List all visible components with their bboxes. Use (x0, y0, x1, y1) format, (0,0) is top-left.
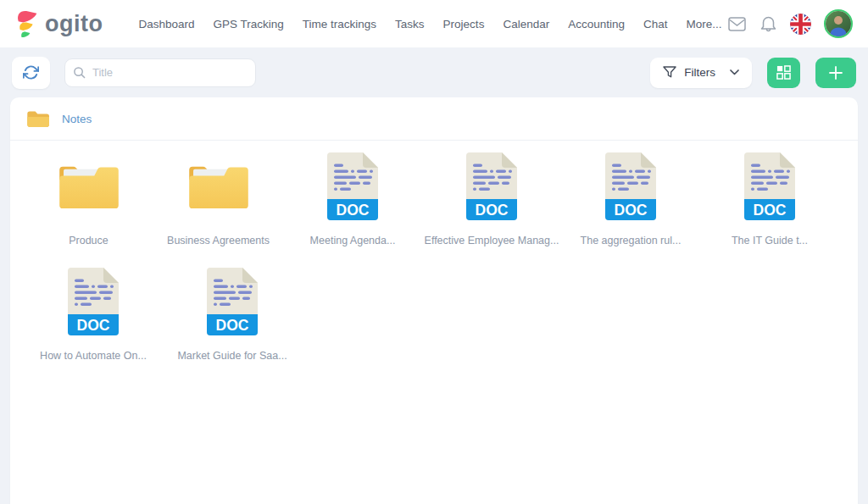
plus-icon (828, 65, 843, 80)
item-label: The IT Guide t... (700, 235, 839, 246)
doc-file-icon (163, 267, 302, 336)
logo-flame-icon (15, 8, 41, 40)
uk-flag-icon[interactable] (790, 14, 811, 35)
search-box (64, 58, 256, 87)
nav-item-time-trackings[interactable]: Time trackings (303, 18, 376, 30)
grid-item-doc[interactable]: The IT Guide t... (700, 152, 839, 246)
nav-item-calendar[interactable]: Calendar (503, 18, 549, 30)
app-logo[interactable]: ogito (15, 8, 103, 40)
nav-item-dashboard[interactable]: Dashboard (138, 18, 194, 30)
search-icon (73, 66, 86, 79)
item-label: Market Guide for Saa... (163, 350, 302, 362)
item-label: The aggregation rul... (561, 235, 700, 246)
breadcrumb-folder-icon (26, 109, 49, 128)
filters-button[interactable]: Filters (650, 58, 752, 88)
grid-item-doc[interactable]: Market Guide for Saa... (163, 267, 302, 362)
grid-view-button[interactable] (767, 58, 800, 88)
doc-file-icon (700, 152, 839, 221)
folder-icon (24, 152, 153, 221)
grid-icon (776, 65, 791, 80)
item-label: How to Automate On... (24, 350, 163, 362)
grid-item-doc[interactable]: Meeting Agenda... (283, 152, 422, 246)
header-actions (727, 9, 853, 38)
item-label: Effective Employee Manag... (422, 235, 561, 246)
search-input[interactable] (64, 58, 256, 87)
files-panel: Notes Produce Business Agreements Meetin… (10, 97, 858, 504)
item-label: Business Agreements (153, 235, 283, 246)
doc-file-icon (561, 152, 700, 221)
filters-label: Filters (684, 66, 715, 79)
item-label: Meeting Agenda... (283, 235, 422, 246)
grid-item-folder[interactable]: Business Agreements (153, 152, 283, 246)
doc-file-icon (422, 152, 561, 221)
toolbar: Filters (0, 47, 868, 97)
grid-item-doc[interactable]: How to Automate On... (24, 267, 163, 362)
refresh-icon (23, 64, 39, 80)
breadcrumb: Notes (10, 97, 858, 141)
folder-icon (153, 152, 283, 221)
toolbar-right: Filters (650, 58, 856, 88)
grid-item-doc[interactable]: Effective Employee Manag... (422, 152, 561, 246)
bell-icon[interactable] (759, 14, 777, 33)
logo-text: ogito (45, 13, 103, 36)
items-grid: Produce Business Agreements Meeting Agen… (10, 141, 858, 390)
add-new-button[interactable] (815, 58, 856, 88)
refresh-button[interactable] (12, 57, 50, 89)
grid-item-folder[interactable]: Produce (24, 152, 153, 246)
nav-item-gps-tracking[interactable]: GPS Tracking (214, 18, 284, 30)
user-avatar[interactable] (824, 9, 853, 38)
doc-file-icon (24, 267, 163, 336)
chevron-down-icon (730, 69, 739, 75)
doc-file-icon (283, 152, 422, 221)
nav-item-tasks[interactable]: Tasks (395, 18, 425, 30)
top-navbar: ogito Dashboard GPS Tracking Time tracki… (0, 0, 868, 47)
nav-item-projects[interactable]: Projects (443, 18, 485, 30)
nav-item-more[interactable]: More... (687, 18, 722, 30)
breadcrumb-notes[interactable]: Notes (62, 113, 92, 125)
mail-icon[interactable] (727, 14, 746, 33)
item-label: Produce (24, 235, 153, 246)
nav-item-accounting[interactable]: Accounting (568, 18, 625, 30)
nav-item-chat[interactable]: Chat (643, 18, 668, 30)
grid-item-doc[interactable]: The aggregation rul... (561, 152, 700, 246)
funnel-icon (663, 66, 676, 79)
main-nav: Dashboard GPS Tracking Time trackings Ta… (138, 18, 721, 30)
